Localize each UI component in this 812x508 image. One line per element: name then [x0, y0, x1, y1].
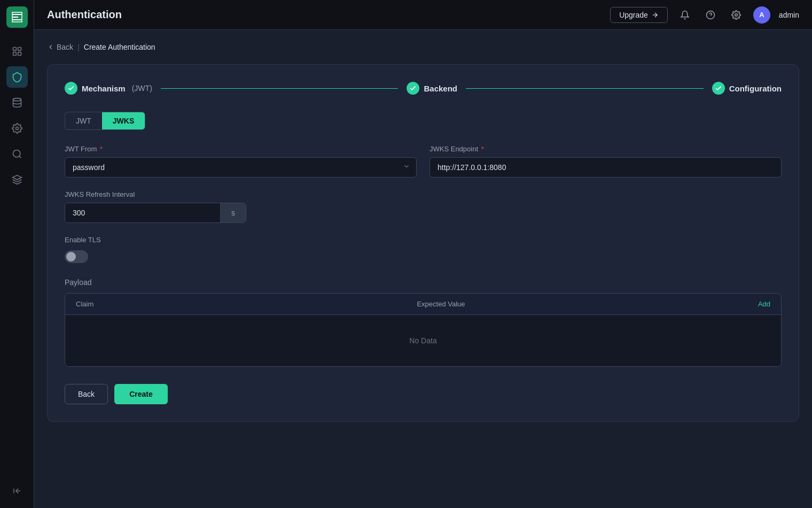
avatar[interactable]: A: [753, 6, 770, 24]
upgrade-button[interactable]: Upgrade: [610, 7, 668, 23]
step-configuration: Configuration: [712, 82, 782, 95]
breadcrumb-separator: |: [77, 43, 80, 51]
payload-section: Payload Claim Expected Value Add No Data: [65, 278, 782, 367]
jwt-from-required: *: [100, 145, 103, 153]
tab-jwt[interactable]: JWT: [65, 112, 102, 129]
tab-group: JWT JWKS: [65, 112, 145, 130]
back-arrow-icon: [47, 43, 54, 51]
svg-point-5: [15, 127, 18, 130]
interval-unit: s: [220, 203, 246, 222]
jwt-from-select[interactable]: password header cookie: [65, 157, 417, 178]
svg-point-13: [735, 13, 738, 16]
payload-add-button[interactable]: Add: [758, 300, 770, 308]
create-button[interactable]: Create: [114, 384, 168, 404]
enable-tls-section: Enable TLS: [65, 236, 782, 263]
breadcrumb: Back | Create Authentication: [47, 43, 799, 51]
header: Authentication Upgrade: [34, 0, 812, 30]
step-line-1: [161, 88, 399, 89]
step-configuration-icon: [712, 82, 725, 95]
expected-value-col-header: Expected Value: [417, 300, 758, 308]
step-configuration-label: Configuration: [729, 84, 782, 93]
form-row-2: JWKS Refresh Interval s: [65, 190, 782, 223]
jwt-from-group: JWT From * password header cookie: [65, 145, 417, 178]
step-backend-label: Backend: [424, 84, 457, 93]
stepper: Mechanism (JWT) Backend: [65, 82, 782, 95]
sidebar-item-dashboard[interactable]: [6, 41, 28, 62]
jwks-endpoint-label: JWKS Endpoint *: [430, 145, 782, 153]
no-data-label: No Data: [409, 336, 436, 345]
settings-button[interactable]: [728, 6, 745, 24]
sidebar: [0, 0, 34, 508]
step-mechanism-label: Mechanism: [82, 84, 126, 93]
authentication-card: Mechanism (JWT) Backend: [47, 64, 799, 422]
notification-button[interactable]: [676, 6, 693, 24]
claim-col-header: Claim: [76, 300, 417, 308]
payload-table: Claim Expected Value Add No Data: [65, 293, 782, 367]
bottom-actions: Back Create: [65, 384, 782, 404]
jwt-from-label: JWT From *: [65, 145, 417, 153]
sidebar-item-layers[interactable]: [6, 169, 28, 190]
svg-rect-1: [18, 48, 21, 51]
jwks-endpoint-input[interactable]: [430, 157, 782, 178]
main-content: Authentication Upgrade: [34, 0, 812, 508]
page-content: Back | Create Authentication Mechanism (…: [34, 30, 812, 508]
tab-jwks[interactable]: JWKS: [102, 112, 145, 129]
page-title: Authentication: [47, 9, 610, 21]
jwt-from-select-wrapper: password header cookie: [65, 157, 417, 178]
gear-icon: [731, 10, 741, 20]
svg-marker-7: [12, 175, 21, 180]
sidebar-item-database[interactable]: [6, 92, 28, 113]
jwks-endpoint-group: JWKS Endpoint *: [430, 145, 782, 178]
step-mechanism-icon: [65, 82, 77, 95]
payload-label: Payload: [65, 278, 782, 287]
svg-point-4: [13, 98, 21, 101]
admin-label: admin: [779, 11, 799, 19]
step-backend: Backend: [407, 82, 457, 95]
sidebar-item-settings[interactable]: [6, 118, 28, 139]
sidebar-collapse-button[interactable]: [6, 480, 28, 502]
sidebar-item-search[interactable]: [6, 143, 28, 165]
arrow-right-icon: [651, 11, 659, 19]
svg-rect-3: [18, 52, 21, 56]
step-backend-icon: [407, 82, 419, 95]
step-mechanism-sub: (JWT): [132, 84, 152, 93]
step-line-2: [466, 88, 704, 89]
help-button[interactable]: [702, 6, 719, 24]
sidebar-item-authentication[interactable]: [6, 66, 28, 88]
back-button[interactable]: Back: [65, 384, 108, 404]
interval-wrapper: s: [65, 203, 246, 223]
jwks-refresh-group: JWKS Refresh Interval s: [65, 190, 246, 223]
enable-tls-toggle[interactable]: [65, 250, 88, 263]
header-actions: Upgrade: [610, 6, 799, 24]
svg-rect-0: [13, 48, 16, 51]
svg-point-6: [13, 150, 20, 157]
payload-table-body: No Data: [65, 315, 781, 366]
enable-tls-label: Enable TLS: [65, 236, 782, 244]
payload-table-header: Claim Expected Value Add: [65, 294, 781, 315]
svg-rect-2: [13, 52, 16, 56]
breadcrumb-current: Create Authentication: [84, 43, 155, 51]
step-mechanism: Mechanism (JWT): [65, 82, 152, 95]
back-link[interactable]: Back: [47, 43, 73, 51]
help-icon: [706, 10, 715, 20]
jwks-refresh-label: JWKS Refresh Interval: [65, 190, 246, 198]
form-row-1: JWT From * password header cookie: [65, 145, 782, 178]
bell-icon: [680, 10, 690, 20]
logo[interactable]: [6, 6, 28, 28]
jwks-refresh-input[interactable]: [65, 203, 220, 222]
jwks-endpoint-required: *: [481, 145, 484, 153]
